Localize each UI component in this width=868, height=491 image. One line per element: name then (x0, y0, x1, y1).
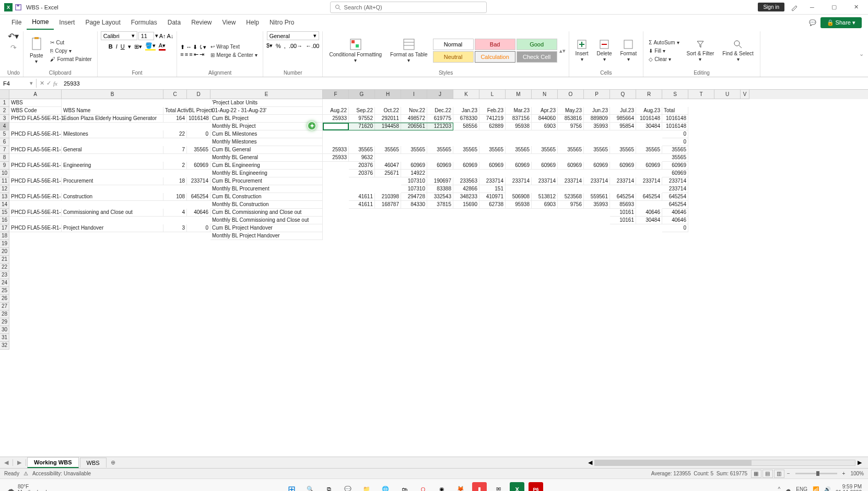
cell-S3[interactable]: 1016148 (662, 115, 688, 123)
style-normal[interactable]: Normal (433, 39, 474, 50)
draw-icon[interactable] (791, 4, 798, 11)
style-neutral[interactable]: Neutral (433, 51, 474, 63)
merge-center-button[interactable]: ⊞ Merge & Center ▾ (208, 51, 260, 59)
cell-E14[interactable]: Monthly BL Construction (210, 201, 323, 209)
cell-I11[interactable]: 107310 (401, 177, 427, 185)
cell-Q7[interactable]: 35565 (610, 146, 636, 154)
col-header-J[interactable]: J (427, 90, 453, 99)
enter-formula-icon[interactable]: ✓ (46, 80, 51, 87)
redo-button[interactable]: ↷ (10, 43, 17, 52)
row-header-27[interactable]: 27 (0, 303, 9, 310)
col-header-C[interactable]: C (163, 90, 187, 99)
row-header-15[interactable]: 15 (0, 209, 9, 217)
sort-filter-button[interactable]: Sort & Filter▾ (684, 38, 718, 63)
style-calculation[interactable]: Calculation (475, 51, 515, 63)
cell-N14[interactable]: 6903 (532, 201, 558, 209)
select-all-corner[interactable] (0, 90, 9, 99)
row-header-9[interactable]: 9 (0, 162, 9, 170)
cell-L13[interactable]: 410971 (479, 193, 506, 201)
row-header-28[interactable]: 28 (0, 310, 9, 318)
cell-K3[interactable]: 678330 (453, 115, 479, 123)
align-bottom[interactable]: ⬇ (193, 44, 197, 51)
orientation[interactable]: ⤹▾ (198, 44, 206, 51)
save-icon[interactable] (15, 4, 22, 11)
cell-D11[interactable]: 233714 (187, 177, 210, 185)
zoom-out-button[interactable]: − (785, 471, 792, 476)
delete-cells-button[interactable]: Delete▾ (594, 38, 615, 63)
col-header-O[interactable]: O (558, 90, 584, 99)
cell-D7[interactable]: 35565 (187, 146, 210, 154)
taskbar-search-icon[interactable]: 🔍 (303, 482, 318, 492)
tray-chevron-icon[interactable]: ^ (778, 486, 781, 491)
row-header-26[interactable]: 26 (0, 295, 9, 303)
cell-D2[interactable]: BL Project (187, 107, 210, 115)
paste-button[interactable]: Paste▾ (27, 36, 46, 65)
cell-L11[interactable]: 233714 (479, 177, 506, 185)
p6-icon[interactable]: P6 (529, 482, 543, 492)
cell-L12[interactable]: 151 (479, 185, 506, 193)
cell-I7[interactable]: 35565 (401, 146, 427, 154)
cell-G9[interactable]: 20376 (349, 162, 375, 170)
zoom-slider[interactable] (795, 473, 837, 474)
cell-O13[interactable]: 523568 (558, 193, 584, 201)
font-color-button[interactable]: A▾ (159, 42, 166, 51)
sheet-nav-right[interactable]: ▶ (13, 459, 26, 466)
cell-E7[interactable]: Cum BL General (210, 146, 323, 154)
maximize-button[interactable]: ▢ (826, 4, 842, 10)
cell-O7[interactable]: 35565 (558, 146, 584, 154)
app-icon-red[interactable]: ▮ (472, 482, 487, 492)
cell-B15[interactable]: Commissioning and Close out (62, 209, 163, 217)
cell-H14[interactable]: 168787 (375, 201, 401, 209)
cell-P3[interactable]: 889809 (584, 115, 610, 123)
cell-C13[interactable]: 108 (163, 193, 187, 201)
cell-J14[interactable]: 37815 (427, 201, 453, 209)
tray-date[interactable]: 01.11.2022 (836, 489, 862, 492)
cell-B17[interactable]: Project Handover (62, 224, 163, 232)
cell-S6[interactable]: 0 (662, 138, 688, 146)
tray-lang-icon[interactable]: ENG (796, 486, 807, 491)
row-header-11[interactable]: 11 (0, 177, 9, 185)
col-header-S[interactable]: S (662, 90, 688, 99)
row-header-3[interactable]: 3 (0, 115, 9, 123)
cell-A1[interactable]: WBS (9, 99, 62, 107)
cell-I4[interactable]: 206561 (401, 123, 427, 130)
underline-button[interactable]: U (121, 43, 125, 50)
cell-R13[interactable]: 645254 (636, 193, 662, 201)
col-header-F[interactable]: F (323, 90, 349, 99)
cell-Q2[interactable]: Jul.23 (610, 107, 636, 115)
cell-H4[interactable]: 194458 (375, 123, 401, 130)
dec-decimal[interactable]: ←.00 (306, 43, 319, 49)
cell-L14[interactable]: 62738 (479, 201, 506, 209)
cell-B3[interactable]: Edison Plaza Elderly Housing Generator (62, 115, 163, 123)
cell-G8[interactable]: 9632 (349, 154, 375, 162)
cell-R15[interactable]: 40646 (636, 209, 662, 217)
sheet-nav-left[interactable]: ◀ (0, 459, 13, 466)
cell-S8[interactable]: 35565 (662, 154, 688, 162)
cell-A5[interactable]: PHCD FLA5-56E-R1- (9, 130, 62, 138)
weather-widget[interactable]: ☁ 80°FMostly cloudy (6, 484, 50, 492)
cell-H7[interactable]: 35565 (375, 146, 401, 154)
spreadsheet-grid[interactable]: ABCDEFGHIJKLMNOPQRSTUV 12345678910111213… (0, 90, 868, 457)
cell-R9[interactable]: 60969 (636, 162, 662, 170)
fill-color-button[interactable]: 🪣▾ (145, 42, 156, 51)
col-header-D[interactable]: D (187, 90, 210, 99)
cell-G3[interactable]: 97552 (349, 115, 375, 123)
cell-S4[interactable]: 1016148 (662, 123, 688, 130)
cell-E4[interactable]: Monthly BL Project (210, 123, 323, 130)
cell-B2[interactable]: WBS Name (62, 107, 163, 115)
tab-formulas[interactable]: Formulas (126, 16, 162, 29)
tab-page-layout[interactable]: Page Layout (80, 16, 125, 29)
row-header-5[interactable]: 5 (0, 130, 9, 138)
view-page-break-button[interactable]: ▥ (774, 470, 784, 478)
bold-button[interactable]: B (109, 43, 113, 50)
currency-button[interactable]: $▾ (266, 42, 273, 49)
cell-E16[interactable]: Monthly BL Commissioning and Close out (210, 217, 323, 224)
cell-E11[interactable]: Cum BL Procurement (210, 177, 323, 185)
align-top[interactable]: ⬆ (180, 44, 185, 51)
row-header-31[interactable]: 31 (0, 334, 9, 342)
cell-S10[interactable]: 60969 (662, 170, 688, 177)
cell-M2[interactable]: Mar.23 (506, 107, 532, 115)
cell-N13[interactable]: 513812 (532, 193, 558, 201)
cell-E15[interactable]: Cum BL Commissioning and Close out (210, 209, 323, 217)
cell-L9[interactable]: 60969 (479, 162, 506, 170)
